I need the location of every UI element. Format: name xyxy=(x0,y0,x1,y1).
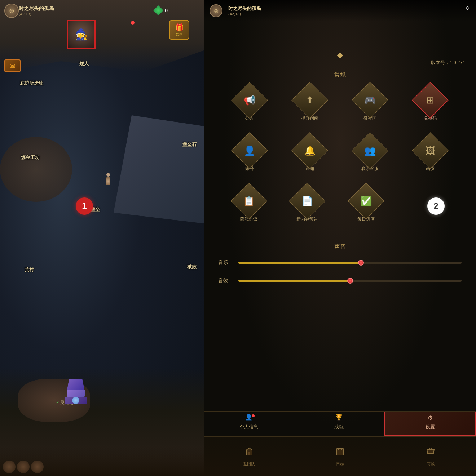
fortress-label: 堡垒石 xyxy=(182,141,197,148)
step1-badge[interactable]: 1 xyxy=(76,197,93,215)
guide-symbol: ⬆ xyxy=(306,95,314,106)
sfx-slider-row: 音效 xyxy=(204,273,476,288)
version-text: 版本号：1.0.271 xyxy=(431,59,465,66)
guide-icon: ⬆ xyxy=(297,87,323,113)
svg-rect-1 xyxy=(336,449,344,455)
privacy-symbol: 📋 xyxy=(243,196,255,207)
bottom-decoration xyxy=(0,447,204,476)
tomb-glow xyxy=(72,397,79,404)
guide-item[interactable]: ⬆ 提升指南 xyxy=(283,87,337,121)
shelter-label: 庇护所遗址 xyxy=(20,80,43,86)
svg-rect-0 xyxy=(248,452,250,455)
support-item[interactable]: 👥 联系客服 xyxy=(343,138,397,172)
location-name: 时之尽头的孤岛 xyxy=(19,5,54,12)
figure-2 xyxy=(17,461,30,473)
settings-label: 设置 xyxy=(426,424,435,430)
settings-button[interactable]: ⚙ 设置 xyxy=(384,412,476,436)
personal-notification-dot xyxy=(252,414,255,417)
general-title-text: 常规 xyxy=(334,71,346,79)
character-name-label: 矮人 xyxy=(79,61,89,67)
bottom-figures xyxy=(3,461,44,473)
quality-symbol: 🖼 xyxy=(426,145,435,156)
bottom-tab-bar: 返回队 日志 商城 xyxy=(204,436,476,476)
icon-grid-row3: 📋 隐私协议 📄 新内容预告 ✅ 每日进度 xyxy=(218,184,397,227)
notify-item[interactable]: 🔔 通知 xyxy=(283,138,337,172)
top-hud-left: ⊕ 时之尽头的孤岛 (42,13) xyxy=(0,0,204,22)
shop-tab[interactable]: 商城 xyxy=(385,444,476,470)
sound-line-right xyxy=(350,247,379,247)
currency-display: 0 xyxy=(153,5,168,15)
announcement-symbol: 📢 xyxy=(244,95,255,106)
envelope-button[interactable]: ✉ xyxy=(4,59,21,72)
shop-icon xyxy=(426,446,436,459)
bottom-nav-row: 👤 个人信息 🏆 成就 ⚙ 设置 xyxy=(204,411,476,436)
gift-icon: 🎁 xyxy=(175,23,184,32)
figure-1 xyxy=(3,461,16,473)
terrain-mid-left xyxy=(0,137,72,202)
music-slider-thumb[interactable] xyxy=(358,260,364,266)
right-compass-icon: ⊕ xyxy=(210,4,222,17)
return-tab[interactable]: 返回队 xyxy=(204,444,295,470)
return-icon xyxy=(244,446,254,459)
activity-button[interactable]: 🎁 活动 xyxy=(169,20,189,40)
account-item[interactable]: 👤 账号 xyxy=(222,138,277,172)
personal-icon: 👤 xyxy=(245,414,252,421)
right-location-coords: (42,13) xyxy=(228,12,261,16)
daily-item[interactable]: ✅ 每日进度 xyxy=(340,188,392,222)
left-panel: ⊕ 时之尽头的孤岛 (42,13) 🧙 0 矮人 🎁 活动 ✉ 庇护所遗址 炼金… xyxy=(0,0,204,476)
tomb-shape-base xyxy=(65,397,87,404)
daily-tab-label: 日志 xyxy=(336,461,344,467)
portrait-notification-dot xyxy=(131,21,135,25)
tomb-shape-top xyxy=(65,379,87,390)
right-location-text: 时之尽头的孤岛 (42,13) xyxy=(228,5,261,16)
step2-badge[interactable]: 2 xyxy=(427,197,445,215)
soul-tomb xyxy=(65,379,87,404)
icon-grid-row2: 👤 账号 🔔 通知 👥 联系客服 🖼 画质 xyxy=(218,133,462,176)
sfx-slider-thumb[interactable] xyxy=(347,278,353,284)
shop-label: 商城 xyxy=(427,461,435,467)
notify-symbol: 🔔 xyxy=(304,145,316,156)
personal-label: 个人信息 xyxy=(239,424,258,430)
right-top-bar: ⊕ 时之尽头的孤岛 (42,13) 0 xyxy=(204,0,476,22)
figure-3 xyxy=(31,461,44,473)
icon-grid-row1: 📢 公告 ⬆ 提升指南 🎮 微社区 ⊞ 兑换码 xyxy=(218,83,462,126)
portrait-image: 🧙 xyxy=(68,21,94,48)
daily-tab-icon xyxy=(335,446,345,459)
achievement-button[interactable]: 🏆 成就 xyxy=(294,412,384,436)
top-right-buttons: 🎁 活动 xyxy=(169,20,189,40)
sfx-slider[interactable] xyxy=(238,280,462,282)
right-panel: ⊕ 时之尽头的孤岛 (42,13) 0 版本号：1.0.271 常规 📢 公告 xyxy=(204,0,476,476)
activity-label: 活动 xyxy=(176,32,182,37)
account-symbol: 👤 xyxy=(244,145,255,156)
alchemy-label: 炼金工坊 xyxy=(21,154,40,161)
support-icon: 👥 xyxy=(357,138,383,164)
announcement-icon: 📢 xyxy=(237,87,263,113)
notify-icon: 🔔 xyxy=(297,138,323,164)
settings-icon: ⚙ xyxy=(428,414,433,421)
location-coords: (42,13) xyxy=(19,12,54,16)
title-line-left xyxy=(301,75,330,75)
character-body xyxy=(106,177,110,185)
support-symbol: 👥 xyxy=(364,145,376,156)
preview-item[interactable]: 📄 新内容预告 xyxy=(281,188,334,222)
redeem-item[interactable]: ⊞ 兑换码 xyxy=(403,87,457,121)
scroll-indicator xyxy=(204,53,476,58)
quality-icon: 🖼 xyxy=(417,138,443,164)
personal-info-button[interactable]: 👤 个人信息 xyxy=(204,412,294,436)
privacy-item[interactable]: 📋 隐私协议 xyxy=(222,188,275,222)
achievement-icon: 🏆 xyxy=(335,414,343,421)
broken-label: 破败 xyxy=(187,264,197,270)
daily-tab[interactable]: 日志 xyxy=(295,444,385,470)
preview-icon: 📄 xyxy=(294,188,320,214)
sound-section: 声音 音乐 音效 xyxy=(204,238,476,291)
quality-item[interactable]: 🖼 画质 xyxy=(403,138,457,172)
map-character xyxy=(105,173,112,186)
right-currency: 0 xyxy=(466,5,469,11)
music-slider[interactable] xyxy=(238,262,462,264)
redeem-symbol: ⊞ xyxy=(426,95,434,106)
preview-symbol: 📄 xyxy=(301,196,313,207)
community-item[interactable]: 🎮 微社区 xyxy=(343,87,397,121)
character-portrait[interactable]: 🧙 xyxy=(67,20,96,49)
achievement-label: 成就 xyxy=(334,424,344,430)
announcement-item[interactable]: 📢 公告 xyxy=(222,87,277,121)
